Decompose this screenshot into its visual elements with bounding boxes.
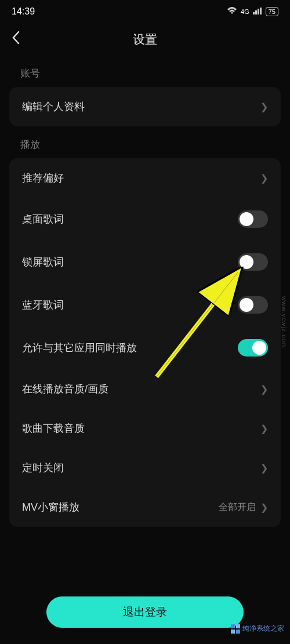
toggle-knob <box>252 341 266 355</box>
battery-indicator: 75 <box>266 7 278 16</box>
row-preference[interactable]: 推荐偏好 ❯ <box>9 158 281 198</box>
row-mv-window[interactable]: MV小窗播放 全部开启 ❯ <box>9 487 281 527</box>
watermark-text: 纯净系统之家 <box>242 624 284 634</box>
section-header-account: 账号 <box>0 55 290 87</box>
svg-rect-2 <box>258 9 259 14</box>
chevron-right-icon: ❯ <box>260 384 268 395</box>
svg-rect-9 <box>231 630 235 634</box>
status-time: 14:39 <box>12 6 35 17</box>
toggle-knob <box>240 255 253 269</box>
mv-window-value: 全部开启 <box>219 501 256 514</box>
allow-simultaneous-label: 允许与其它应用同时播放 <box>22 341 137 355</box>
chevron-right-icon: ❯ <box>260 463 268 474</box>
row-download-quality[interactable]: 歌曲下载音质 ❯ <box>9 409 281 448</box>
edit-profile-label: 编辑个人资料 <box>22 100 85 114</box>
section-header-playback: 播放 <box>0 126 290 158</box>
svg-rect-1 <box>255 10 257 14</box>
mv-window-right: 全部开启 ❯ <box>219 501 268 514</box>
chevron-right-icon: ❯ <box>260 173 268 184</box>
row-desktop-lyrics: 桌面歌词 <box>9 198 281 241</box>
svg-rect-10 <box>236 630 240 634</box>
status-right: 4G 75 <box>227 7 278 17</box>
toggle-knob <box>240 298 253 312</box>
side-watermark: www.ycwjz.com <box>281 296 288 348</box>
row-edit-profile[interactable]: 编辑个人资料 ❯ <box>9 87 281 126</box>
toggle-lockscreen-lyrics[interactable] <box>238 253 268 271</box>
wifi-icon <box>227 7 237 17</box>
download-quality-label: 歌曲下载音质 <box>22 421 85 435</box>
svg-rect-0 <box>253 12 255 14</box>
bluetooth-lyrics-label: 蓝牙歌词 <box>22 298 64 312</box>
chevron-right-icon: ❯ <box>260 101 268 112</box>
chevron-right-icon: ❯ <box>260 423 268 434</box>
online-quality-label: 在线播放音质/画质 <box>22 382 108 396</box>
mv-window-label: MV小窗播放 <box>22 500 79 514</box>
svg-rect-7 <box>231 624 235 628</box>
row-timer-off[interactable]: 定时关闭 ❯ <box>9 448 281 487</box>
content: 账号 编辑个人资料 ❯ 播放 推荐偏好 ❯ 桌面歌词 锁屏歌词 蓝牙歌词 <box>0 55 290 527</box>
preference-label: 推荐偏好 <box>22 171 64 185</box>
page-title: 设置 <box>133 31 157 48</box>
signal-icon <box>253 7 262 16</box>
toggle-desktop-lyrics[interactable] <box>238 210 268 228</box>
row-allow-simultaneous: 允许与其它应用同时播放 <box>9 326 281 369</box>
status-bar: 14:39 4G 75 <box>0 0 290 23</box>
watermark: 纯净系统之家 <box>231 624 284 634</box>
svg-rect-8 <box>236 624 240 628</box>
toggle-bluetooth-lyrics[interactable] <box>238 296 268 314</box>
watermark-icon <box>231 624 240 634</box>
row-online-quality[interactable]: 在线播放音质/画质 ❯ <box>9 369 281 409</box>
section-account: 编辑个人资料 ❯ <box>9 87 281 126</box>
row-lockscreen-lyrics: 锁屏歌词 <box>9 241 281 283</box>
toggle-allow-simultaneous[interactable] <box>238 339 268 356</box>
page-header: 设置 <box>0 23 290 55</box>
lockscreen-lyrics-label: 锁屏歌词 <box>22 255 64 269</box>
logout-label: 退出登录 <box>123 605 167 620</box>
timer-off-label: 定时关闭 <box>22 461 64 475</box>
back-button[interactable] <box>12 30 20 49</box>
toggle-knob <box>240 212 253 226</box>
desktop-lyrics-label: 桌面歌词 <box>22 212 64 226</box>
svg-rect-3 <box>260 8 262 14</box>
network-type: 4G <box>241 8 249 15</box>
section-playback: 推荐偏好 ❯ 桌面歌词 锁屏歌词 蓝牙歌词 允许与其它应用同时播放 <box>9 158 281 527</box>
row-bluetooth-lyrics: 蓝牙歌词 <box>9 283 281 326</box>
chevron-right-icon: ❯ <box>260 502 268 513</box>
logout-button[interactable]: 退出登录 <box>46 596 244 628</box>
